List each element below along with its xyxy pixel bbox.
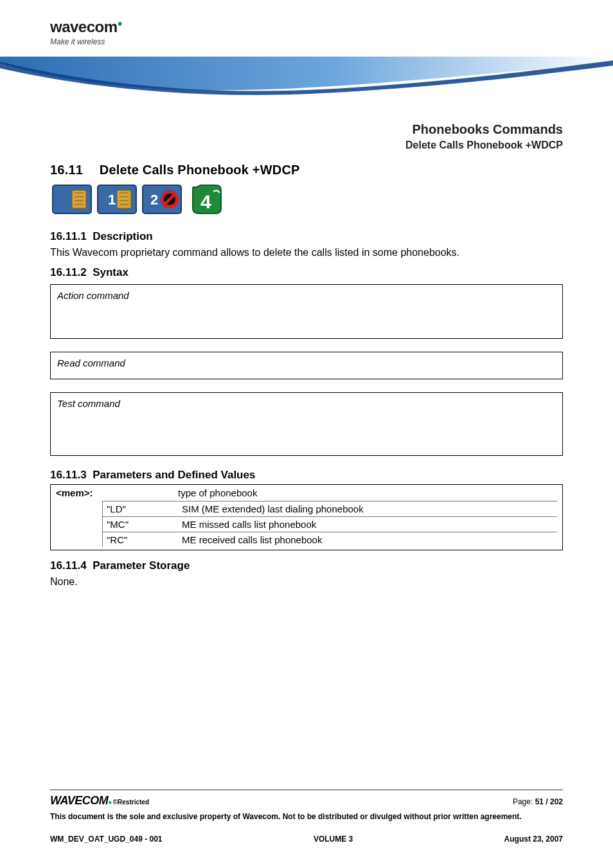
table-row: "RC" ME received calls list phonebook: [102, 532, 557, 547]
footer-volume: VOLUME 3: [314, 835, 353, 844]
test-command-box: Test command: [50, 392, 563, 456]
param-desc: ME received calls list phonebook: [178, 532, 557, 547]
description-body: This Wavecom proprietary command allows …: [50, 246, 563, 260]
footer-brand-swirl-icon: ●: [108, 799, 112, 806]
syntax-number: 16.11.2: [50, 266, 87, 278]
icon-strip: 1 2 4: [50, 183, 243, 216]
test-command-label: Test command: [57, 398, 120, 409]
parameters-heading: 16.11.3 Parameters and Defined Values: [50, 469, 563, 482]
icon-number-two: 2: [150, 192, 158, 208]
param-name: <mem>:: [56, 487, 178, 498]
chapter-title: Phonebooks Commands: [50, 122, 563, 137]
subchapter-title: Delete Calls Phonebook +WDCP: [50, 140, 563, 151]
parameters-table: <mem>: type of phonebook "LD" SIM (ME ex…: [50, 484, 563, 550]
syntax-heading: 16.11.2 Syntax: [50, 266, 563, 279]
page-footer: wavecom●©Restricted Page: 51 / 202 This …: [50, 790, 563, 844]
read-command-label: Read command: [57, 357, 125, 368]
section-number: 16.11: [50, 163, 83, 177]
page-header: wavecom● Make it wireless: [0, 0, 613, 96]
parameters-number: 16.11.3: [50, 469, 87, 481]
brand-wordmark: wavecom●: [50, 18, 123, 36]
footer-disclaimer: This document is the sole and exclusive …: [50, 811, 563, 822]
action-command-box: Action command: [50, 284, 563, 339]
param-desc: ME missed calls list phonebook: [178, 517, 557, 532]
storage-body: None.: [50, 575, 563, 589]
storage-heading: 16.11.4 Parameter Storage: [50, 559, 563, 572]
param-code: "MC": [102, 517, 178, 532]
description-number: 16.11.1: [50, 230, 87, 242]
brand-tagline: Make it wireless: [50, 37, 123, 46]
footer-rule: [50, 790, 563, 790]
section-titles: Phonebooks Commands Delete Calls Phonebo…: [50, 122, 563, 151]
read-command-box: Read command: [50, 352, 563, 379]
section-title: Delete Calls Phonebook +WDCP: [100, 163, 300, 177]
syntax-title: Syntax: [93, 266, 129, 278]
table-row: "MC" ME missed calls list phonebook: [102, 516, 557, 532]
footer-doc-id: WM_DEV_OAT_UGD_049 - 001: [50, 835, 163, 844]
footer-restricted: ©Restricted: [113, 799, 149, 806]
description-title: Description: [93, 230, 153, 242]
storage-title: Parameter Storage: [93, 559, 190, 572]
action-command-label: Action command: [57, 290, 129, 301]
header-swoosh-graphic: [0, 57, 613, 102]
footer-date: August 23, 2007: [504, 835, 563, 844]
page-number: Page: 51 / 202: [513, 797, 563, 806]
brand-logo: wavecom● Make it wireless: [50, 18, 123, 46]
table-row: "LD" SIM (ME extended) last dialing phon…: [102, 501, 557, 516]
svg-text:4: 4: [200, 191, 211, 212]
applicability-icons: 1 2 4: [50, 183, 563, 219]
section-heading: 16.11 Delete Calls Phonebook +WDCP: [50, 163, 563, 177]
storage-number: 16.11.4: [50, 559, 87, 572]
footer-brand: wavecom●: [50, 794, 112, 808]
param-code: "RC": [102, 532, 178, 547]
icon-number-one: 1: [108, 192, 116, 208]
parameters-title: Parameters and Defined Values: [93, 469, 255, 481]
param-type-label: type of phonebook: [178, 487, 257, 498]
icon-number-four: 4: [190, 184, 221, 215]
page-content: 16.11 Delete Calls Phonebook +WDCP 1: [50, 163, 563, 588]
description-heading: 16.11.1 Description: [50, 230, 563, 243]
param-code: "LD": [102, 502, 178, 516]
brand-swirl-icon: ●: [118, 18, 123, 28]
param-desc: SIM (ME extended) last dialing phonebook: [178, 502, 557, 516]
